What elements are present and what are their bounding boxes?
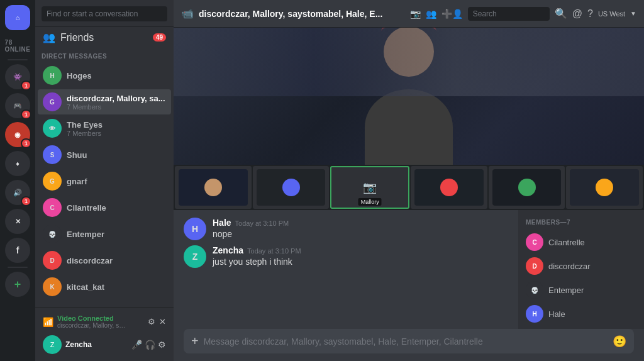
server-icon-4[interactable]: ♦ — [5, 151, 30, 176]
headset-button[interactable]: 🎧 — [145, 340, 155, 350]
thumb-2[interactable] — [253, 166, 330, 209]
chat-input-area: + 🙂 — [174, 329, 644, 361]
search-input[interactable] — [42, 6, 167, 21]
message-input[interactable] — [204, 336, 608, 347]
vc-sub: discordczar, Mallory, saystomabe... — [57, 322, 126, 329]
dm-item-discordczar[interactable]: D discordczar — [38, 248, 171, 273]
video-connected-icon: 📶 — [43, 317, 53, 327]
thumb-1[interactable] — [175, 166, 252, 209]
members-sidebar: MEMBERS—7 C Cilantrelle D discordczar 💀 … — [518, 210, 644, 329]
header-icons: 📷 👥 ➕👤 🔍 @ ? US West ▼ — [410, 7, 636, 21]
header-search-button[interactable]: 🔍 — [555, 8, 567, 19]
msg-sender-2: Zencha — [213, 245, 243, 255]
server-badge-3: 1 — [21, 138, 31, 148]
member-avatar-entemper: 💀 — [526, 281, 543, 299]
dm-search-area — [35, 0, 174, 27]
home-button[interactable]: ⌂ — [5, 5, 30, 30]
dm-sidebar: 👥 Friends 49 DIRECT MESSAGES H Hoges G d… — [35, 0, 174, 361]
vc-settings-button[interactable]: ⚙ — [148, 317, 155, 326]
thumb-3-mallory[interactable]: 📷 Mallory — [330, 166, 409, 209]
member-item-cilantrelle[interactable]: C Cilantrelle — [523, 231, 639, 253]
dm-item-gnarf[interactable]: G gnarf — [38, 169, 171, 194]
dm-avatar-gnarf: G — [43, 172, 62, 191]
friends-icon: 👥 — [43, 31, 55, 43]
server-icon-wrap-5: 🔊 1 — [5, 180, 30, 205]
video-call-icon: 📹 — [181, 8, 194, 19]
server-icon-7[interactable]: f — [5, 238, 30, 263]
online-count: 78 ONLINE — [0, 34, 35, 55]
chat-header: 📹 discordczar, Mallory, saystomabel, Hal… — [174, 0, 644, 28]
dm-name-shuu: Shuu — [67, 150, 166, 160]
dm-name-group1: discordczar, Mallory, sa... — [67, 94, 166, 103]
server-badge-1: 1 — [21, 81, 31, 91]
dm-avatar-cilantrelle: C — [43, 198, 62, 217]
messages-area: H Hale Today at 3:10 PM nope Z Zencha To… — [174, 210, 518, 329]
header-help-button[interactable]: ? — [587, 8, 593, 19]
server-icon-6[interactable]: ✕ — [5, 209, 30, 234]
dm-item-entemper[interactable]: 💀 Entemper — [38, 221, 171, 247]
add-server-button[interactable]: + — [5, 272, 30, 297]
msg-avatar-zencha: Z — [184, 245, 206, 268]
emoji-button[interactable]: 🙂 — [613, 335, 626, 348]
person-body — [365, 89, 453, 165]
header-at-button[interactable]: @ — [572, 8, 582, 19]
header-search-input[interactable] — [468, 7, 550, 21]
chat-header-title: discordczar, Mallory, saystomabel, Hale,… — [199, 9, 405, 19]
message-1: H Hale Today at 3:10 PM nope — [184, 218, 508, 240]
thumb-person-6 — [570, 169, 639, 206]
user-name: Zencha — [65, 340, 128, 349]
vc-leave-button[interactable]: ✕ — [159, 317, 166, 326]
thumb-person-4 — [414, 169, 484, 206]
thumb-avatar-2 — [282, 179, 300, 196]
settings-button[interactable]: ⚙ — [158, 340, 166, 350]
dm-item-shuu[interactable]: S Shuu — [38, 142, 171, 167]
msg-sender-1: Hale — [213, 218, 231, 228]
dm-item-cilantrelle[interactable]: C Cilantrelle — [38, 195, 171, 220]
add-attachment-button[interactable]: + — [191, 334, 199, 348]
member-item-hale[interactable]: H Hale — [523, 303, 639, 325]
dm-info-group1: discordczar, Mallory, sa... 7 Members — [67, 94, 166, 111]
dm-avatar-theeyes: 👁 — [43, 119, 62, 138]
cam-off-icon: 📷 — [363, 181, 377, 194]
chat-input-wrap: + 🙂 — [184, 329, 634, 353]
dm-name-cilantrelle: Cilantrelle — [67, 203, 166, 213]
thumb-4[interactable] — [411, 166, 487, 209]
server-badge-5: 1 — [21, 196, 31, 206]
chat-content: H Hale Today at 3:10 PM nope Z Zencha To… — [174, 210, 644, 329]
thumb-person-1 — [179, 169, 248, 206]
main-video — [174, 28, 644, 165]
member-name-discordczar: discordczar — [548, 262, 590, 271]
thumb-6[interactable] — [566, 166, 643, 209]
dm-bottom: 📶 Video Connected discordczar, Mallory, … — [35, 307, 174, 361]
msg-avatar-hale: H — [184, 218, 206, 240]
msg-header-1: Hale Today at 3:10 PM — [213, 218, 289, 228]
member-name-cilantrelle: Cilantrelle — [548, 238, 585, 247]
mute-button[interactable]: 🎤 — [131, 340, 142, 350]
member-item-discordczar[interactable]: D discordczar — [523, 255, 639, 277]
dm-avatar-discordczar: D — [43, 251, 62, 270]
main-area: 📹 discordczar, Mallory, saystomabel, Hal… — [174, 0, 644, 361]
sidebar-divider — [8, 59, 28, 60]
dm-item-kitcat[interactable]: K kitcat_kat — [38, 274, 171, 299]
dm-section-label: DIRECT MESSAGES — [35, 48, 174, 62]
dm-item-hoges[interactable]: H Hoges — [38, 63, 171, 88]
dm-item-group1[interactable]: G discordczar, Mallory, sa... 7 Members — [38, 89, 171, 114]
video-connected-bar: 📶 Video Connected discordczar, Mallory, … — [40, 311, 169, 332]
dm-name-hoges: Hoges — [67, 71, 166, 81]
camera-icon: 📷 — [410, 9, 421, 19]
dm-info-discordczar: discordczar — [67, 256, 166, 265]
member-item-entemper[interactable]: 💀 Entemper — [523, 279, 639, 301]
msg-header-2: Zencha Today at 3:10 PM — [213, 245, 301, 255]
msg-time-2: Today at 3:10 PM — [247, 247, 301, 255]
dm-info-theeyes: The Eyes 7 Members — [67, 120, 166, 137]
thumb-5[interactable] — [489, 166, 565, 209]
member-name-hale: Hale — [548, 309, 565, 319]
video-thumbnails: 📷 Mallory — [174, 165, 644, 210]
friends-item[interactable]: 👥 Friends 49 — [38, 28, 171, 47]
header-region: US West — [598, 10, 625, 18]
dm-avatar-entemper: 💀 — [43, 225, 62, 243]
dm-name-discordczar: discordczar — [67, 256, 166, 265]
dm-name-entemper: Entemper — [67, 230, 166, 239]
msg-text-2: just you steph i think — [213, 257, 301, 267]
dm-item-theeyes[interactable]: 👁 The Eyes 7 Members — [38, 116, 171, 141]
